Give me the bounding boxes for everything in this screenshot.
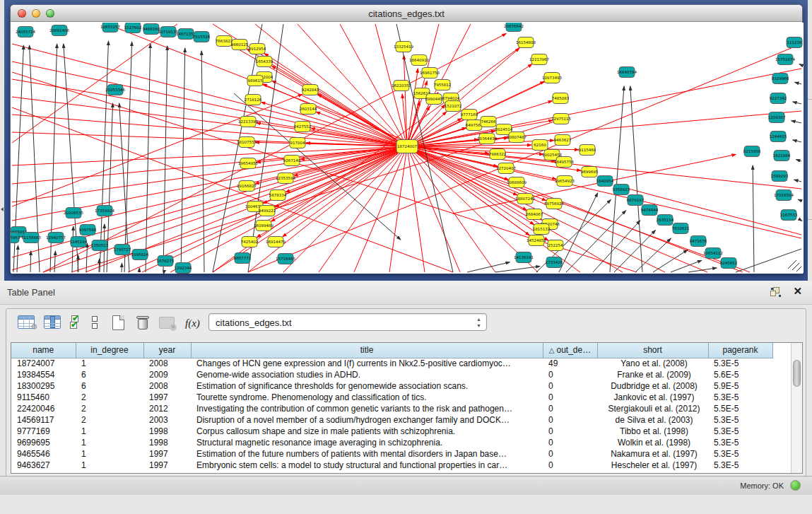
- graph-node[interactable]: 10973493: [542, 73, 562, 83]
- graph-node[interactable]: 20691406: [49, 25, 69, 36]
- graph-node[interactable]: 9242843: [302, 85, 319, 95]
- column-header-outde[interactable]: △out_de…: [543, 343, 597, 358]
- graph-node[interactable]: 9245652: [720, 258, 738, 269]
- graph-node[interactable]: 16099489: [254, 221, 273, 231]
- graph-node[interactable]: 11156863: [21, 233, 41, 243]
- float-panel-icon[interactable]: [770, 287, 781, 297]
- graph-node[interactable]: 1167533: [780, 210, 798, 221]
- vertical-scrollbar[interactable]: [791, 343, 802, 473]
- table-row[interactable]: 969969511998Structural magnetic resonanc…: [11, 437, 772, 448]
- graph-node[interactable]: 9466160: [143, 24, 160, 35]
- network-canvas[interactable]: 1332541918640910169617587955812156261516…: [11, 23, 804, 274]
- graph-node[interactable]: 8215958: [743, 146, 761, 157]
- table-row[interactable]: 1830029562008Estimation of significance …: [11, 380, 772, 392]
- graph-node[interactable]: 8471676: [690, 236, 707, 247]
- function-builder-icon[interactable]: f(x): [185, 317, 200, 329]
- graph-node[interactable]: 12942757: [46, 233, 66, 243]
- graph-node[interactable]: 989615: [247, 76, 263, 86]
- table-row[interactable]: 946554611997Estimation of the future num…: [11, 448, 772, 460]
- graph-node[interactable]: 18724007: [396, 140, 418, 153]
- graph-node[interactable]: 15716485: [276, 254, 295, 264]
- graph-node[interactable]: 12213967: [529, 54, 549, 65]
- graph-node[interactable]: 7663822: [216, 36, 233, 47]
- graph-node[interactable]: 18807249: [515, 194, 535, 204]
- graph-node[interactable]: 1145194: [70, 237, 88, 247]
- graph-node[interactable]: 7955812: [434, 80, 452, 90]
- graph-node[interactable]: 19654955: [238, 158, 258, 169]
- graph-node[interactable]: 1815132: [533, 224, 551, 235]
- graph-node[interactable]: 13325419: [394, 42, 413, 52]
- graph-node[interactable]: 9329966: [772, 74, 789, 84]
- graph-node[interactable]: 1795727: [114, 245, 131, 255]
- table-row[interactable]: 977716911998Corpus callosum shape and si…: [11, 426, 772, 437]
- table-row[interactable]: 911546021997Tourette syndrome. Phenomeno…: [11, 392, 772, 403]
- graph-node[interactable]: 24055724: [16, 27, 35, 37]
- graph-node[interactable]: 1621064: [773, 151, 791, 161]
- graph-node[interactable]: 18640910: [409, 55, 429, 66]
- graph-node[interactable]: 9227342: [770, 93, 787, 104]
- graph-node[interactable]: 16961758: [420, 68, 440, 78]
- graph-node[interactable]: 10688609: [507, 177, 526, 188]
- graph-node[interactable]: 252254: [548, 240, 563, 251]
- graph-node[interactable]: 9777169: [461, 110, 478, 120]
- graph-node[interactable]: 1209387: [768, 112, 786, 123]
- graph-node[interactable]: 746266: [481, 117, 496, 127]
- graph-node[interactable]: 1292344: [175, 263, 192, 274]
- graph-node[interactable]: 62160: [532, 140, 548, 151]
- graph-node[interactable]: 8427552: [294, 122, 312, 132]
- graph-node[interactable]: 10654112: [703, 248, 723, 259]
- graph-node[interactable]: 20364436: [477, 134, 497, 144]
- graph-node[interactable]: 9499222: [259, 206, 276, 216]
- graph-node[interactable]: 16914479: [266, 237, 286, 247]
- graph-node[interactable]: 7515526: [193, 32, 211, 42]
- graph-node[interactable]: 16154808: [516, 37, 536, 48]
- new-file-icon[interactable]: [112, 315, 124, 330]
- network-graph[interactable]: 1332541918640910169617587955812156261516…: [11, 23, 804, 274]
- graph-node[interactable]: 8912954: [249, 44, 266, 54]
- graph-node[interactable]: 5878334: [269, 190, 287, 201]
- graph-node[interactable]: 917004: [290, 138, 305, 148]
- graph-node[interactable]: 1995816: [131, 250, 149, 260]
- graph-node[interactable]: 21053346: [105, 85, 125, 95]
- graph-node[interactable]: 16648784: [617, 67, 637, 78]
- column-header-indegree[interactable]: in_degree: [76, 343, 143, 358]
- graph-node[interactable]: 7632621: [672, 223, 690, 234]
- table-row[interactable]: 1938455462009Genome-wide association stu…: [11, 369, 772, 380]
- column-header-year[interactable]: year: [143, 343, 191, 358]
- graph-node[interactable]: 17016504: [774, 190, 794, 201]
- close-panel-icon[interactable]: ✕: [793, 286, 802, 297]
- graph-node[interactable]: 2718126: [245, 95, 262, 105]
- graph-node[interactable]: 59756928: [544, 199, 564, 209]
- graph-node[interactable]: 20876642: [504, 23, 524, 32]
- graph-node[interactable]: 1527602: [124, 23, 142, 33]
- graph-node[interactable]: 2935114: [657, 215, 674, 226]
- graph-node[interactable]: 2603144: [300, 104, 317, 115]
- graph-node[interactable]: 12353594: [276, 173, 295, 184]
- table-row[interactable]: 2242004622012Investigating the contribut…: [11, 403, 772, 414]
- graph-node[interactable]: 8990445: [425, 94, 443, 105]
- graph-node[interactable]: 14524851: [526, 235, 546, 246]
- table-row[interactable]: 1456911722003Disruption of a novel membe…: [11, 414, 772, 426]
- column-header-short[interactable]: short: [597, 343, 708, 358]
- network-window-titlebar[interactable]: citations_edges.txt: [11, 5, 802, 22]
- graph-node[interactable]: 18495756: [554, 157, 574, 168]
- graph-node[interactable]: 9267140: [283, 156, 301, 166]
- graph-node[interactable]: 15751074: [775, 54, 795, 65]
- graph-node[interactable]: 20206535: [64, 208, 83, 218]
- table-selector-dropdown[interactable]: citations_edges.txt ▲ ▼: [208, 313, 487, 331]
- delete-icon[interactable]: [136, 315, 149, 330]
- graph-node[interactable]: 1521072: [445, 101, 462, 112]
- column-header-title[interactable]: title: [191, 343, 543, 358]
- graph-node[interactable]: 9699695: [581, 167, 599, 177]
- graph-node[interactable]: 12975115: [551, 114, 571, 124]
- graph-node[interactable]: 7485083: [552, 93, 570, 104]
- graph-node[interactable]: 10655257: [100, 23, 120, 33]
- graph-node[interactable]: 1733426: [546, 257, 563, 268]
- graph-node[interactable]: 19166827: [237, 181, 257, 192]
- graph-node[interactable]: 3915963: [11, 233, 20, 243]
- graph-node[interactable]: 111216: [787, 37, 802, 48]
- graph-node[interactable]: 9860125: [231, 40, 249, 50]
- graph-node[interactable]: 1678275: [157, 256, 175, 267]
- graph-node[interactable]: 1654339: [256, 57, 273, 67]
- graph-node[interactable]: 12720407: [496, 163, 516, 174]
